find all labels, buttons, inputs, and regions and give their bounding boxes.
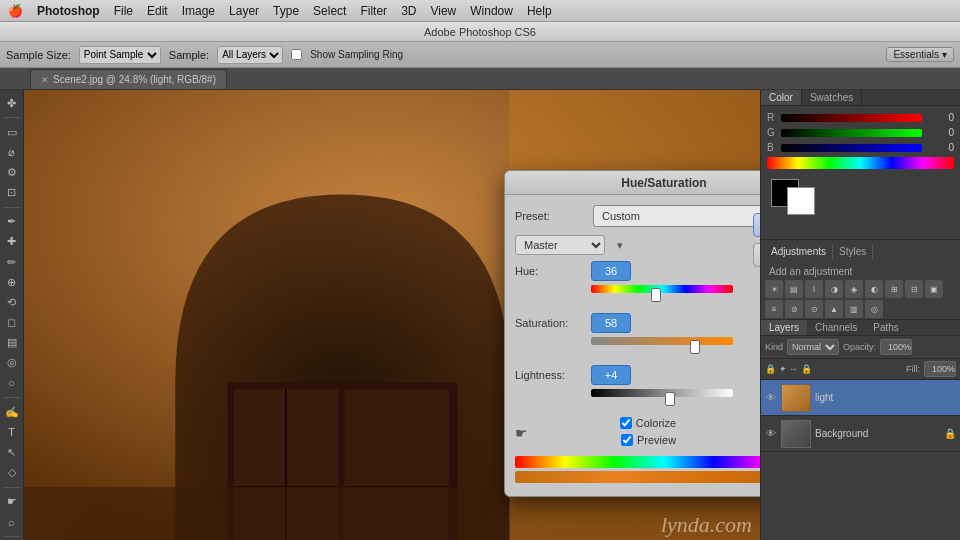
move-tool[interactable]: ✤: [2, 94, 22, 112]
history-brush[interactable]: ⟲: [2, 293, 22, 311]
blur-tool[interactable]: ◎: [2, 354, 22, 372]
colorize-checkbox[interactable]: [620, 417, 632, 429]
colorbal-adj-icon[interactable]: ⊞: [885, 280, 903, 298]
apple-menu[interactable]: 🍎: [8, 4, 23, 18]
lightness-label: Lightness:: [515, 369, 585, 381]
sat-thumb[interactable]: [690, 340, 700, 354]
hue-saturation-dialog: Hue/Saturation Preset: Custom ≡ OK: [504, 170, 760, 497]
channel-row: Master ▾: [515, 235, 760, 255]
light-thumb[interactable]: [665, 392, 675, 406]
menu-filter[interactable]: Filter: [360, 4, 387, 18]
sample-size-select[interactable]: Point Sample: [79, 46, 161, 64]
hue-value[interactable]: 36: [591, 261, 631, 281]
saturation-value[interactable]: 58: [591, 313, 631, 333]
brush-tool[interactable]: ✏: [2, 253, 22, 271]
opacity-input[interactable]: [880, 339, 912, 355]
tab-paths[interactable]: Paths: [865, 320, 907, 335]
dodge-tool[interactable]: ○: [2, 374, 22, 392]
sample-select[interactable]: All Layers: [217, 46, 283, 64]
menu-type[interactable]: Type: [273, 4, 299, 18]
curves-adj-icon[interactable]: ⌇: [805, 280, 823, 298]
zoom-tool[interactable]: ⌕: [2, 513, 22, 531]
essentials-button[interactable]: Essentials ▾: [886, 47, 954, 62]
preview-row: Preview: [621, 434, 676, 446]
tab-bar: ✕ Scene2.jpg @ 24.8% (light, RGB/8#): [0, 68, 960, 90]
threshold-adj-icon[interactable]: ▲: [825, 300, 843, 318]
gradient-adj-icon[interactable]: ▥: [845, 300, 863, 318]
green-track[interactable]: [781, 129, 922, 137]
tab-swatches[interactable]: Swatches: [802, 90, 862, 105]
selective-adj-icon[interactable]: ◎: [865, 300, 883, 318]
ok-button[interactable]: OK: [753, 213, 760, 237]
menu-layer[interactable]: Layer: [229, 4, 259, 18]
photo-adj-icon[interactable]: ▣: [925, 280, 943, 298]
fill-input[interactable]: [924, 361, 956, 377]
red-track[interactable]: [781, 114, 922, 122]
fill-label: Fill:: [906, 364, 920, 374]
document-tab[interactable]: ✕ Scene2.jpg @ 24.8% (light, RGB/8#): [30, 69, 227, 89]
green-value: 0: [926, 127, 954, 138]
blending-mode-select[interactable]: Normal: [787, 339, 839, 355]
sat-slider-wrap: [591, 337, 733, 357]
vibrance-adj-icon[interactable]: ◈: [845, 280, 863, 298]
light-track[interactable]: [591, 389, 733, 397]
brightness-adj-icon[interactable]: ☀: [765, 280, 783, 298]
tab-color[interactable]: Color: [761, 90, 802, 105]
menu-photoshop[interactable]: Photoshop: [37, 4, 100, 18]
eye-icon-light[interactable]: 👁: [765, 392, 777, 403]
menu-select[interactable]: Select: [313, 4, 346, 18]
blue-track[interactable]: [781, 144, 922, 152]
poster-adj-icon[interactable]: ⊙: [805, 300, 823, 318]
crop-tool[interactable]: ⊡: [2, 184, 22, 202]
cancel-button[interactable]: Cancel: [753, 243, 760, 267]
gradient-tool[interactable]: ▤: [2, 334, 22, 352]
channel-select[interactable]: Master: [515, 235, 605, 255]
type-tool[interactable]: T: [2, 423, 22, 441]
lightness-value[interactable]: +4: [591, 365, 631, 385]
tab-layers[interactable]: Layers: [761, 320, 807, 335]
sat-track[interactable]: [591, 337, 733, 345]
menu-3d[interactable]: 3D: [401, 4, 416, 18]
tab-styles[interactable]: Styles: [833, 244, 873, 259]
hue-thumb[interactable]: [651, 288, 661, 302]
preview-checkbox[interactable]: [621, 434, 633, 446]
huesat-adj-icon[interactable]: ◐: [865, 280, 883, 298]
lasso-tool[interactable]: ⌀: [2, 143, 22, 161]
bw-adj-icon[interactable]: ⊟: [905, 280, 923, 298]
background-swatch[interactable]: [787, 187, 815, 215]
hand-tool[interactable]: ☛: [2, 493, 22, 511]
heal-tool[interactable]: ✚: [2, 233, 22, 251]
path-select-tool[interactable]: ↖: [2, 443, 22, 461]
hue-track[interactable]: [591, 285, 733, 293]
shape-tool[interactable]: ◇: [2, 464, 22, 482]
color-panel: Color Swatches R 0 G 0 B 0: [761, 90, 960, 240]
layer-row-light[interactable]: 👁 light: [761, 380, 960, 416]
levels-adj-icon[interactable]: ▤: [785, 280, 803, 298]
menu-window[interactable]: Window: [470, 4, 513, 18]
menu-file[interactable]: File: [114, 4, 133, 18]
eyedropper-tool[interactable]: ✒: [2, 213, 22, 231]
layers-controls: Kind Normal Opacity:: [761, 336, 960, 359]
eye-icon-bg[interactable]: 👁: [765, 428, 777, 439]
color-tab-bar: Color Swatches: [761, 90, 960, 106]
hand-dialog-icon[interactable]: ☛: [515, 425, 528, 441]
clone-tool[interactable]: ⊕: [2, 273, 22, 291]
menu-view[interactable]: View: [430, 4, 456, 18]
channelmix-adj-icon[interactable]: ≡: [765, 300, 783, 318]
quick-select-tool[interactable]: ⚙: [2, 163, 22, 181]
close-tab-icon[interactable]: ✕: [41, 75, 49, 85]
marquee-tool[interactable]: ▭: [2, 123, 22, 141]
invert-adj-icon[interactable]: ⊘: [785, 300, 803, 318]
menu-help[interactable]: Help: [527, 4, 552, 18]
show-ring-checkbox[interactable]: [291, 49, 302, 60]
tab-adjustments[interactable]: Adjustments: [765, 244, 833, 259]
tab-channels[interactable]: Channels: [807, 320, 865, 335]
pen-tool[interactable]: ✍: [2, 403, 22, 421]
menu-image[interactable]: Image: [182, 4, 215, 18]
preset-select[interactable]: Custom: [593, 205, 760, 227]
eraser-tool[interactable]: ◻: [2, 314, 22, 332]
exposure-adj-icon[interactable]: ◑: [825, 280, 843, 298]
menu-edit[interactable]: Edit: [147, 4, 168, 18]
layer-row-background[interactable]: 👁 Background 🔒: [761, 416, 960, 452]
dialog-body: Preset: Custom ≡ OK Cancel: [505, 195, 760, 496]
